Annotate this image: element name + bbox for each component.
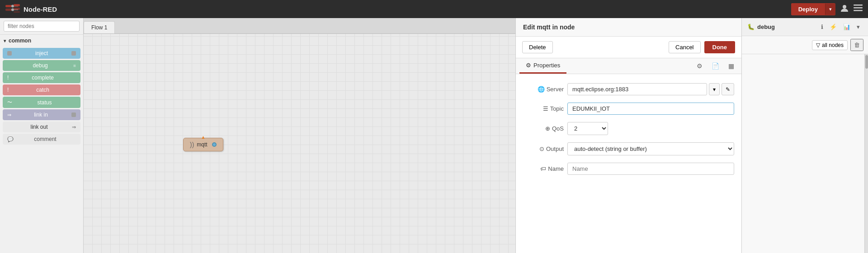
- server-input-group: ▾ ✎: [567, 83, 734, 95]
- cancel-button[interactable]: Cancel: [669, 41, 700, 53]
- linkout-icon: ⇒: [72, 124, 76, 130]
- svg-point-9: [843, 5, 846, 9]
- mqtt-output-port: [212, 142, 217, 147]
- deploy-button[interactable]: Deploy: [791, 3, 825, 15]
- right-panel-header: 🐛 debug ℹ ⚡ 📊 ▾: [742, 18, 868, 36]
- delete-button[interactable]: Delete: [522, 41, 553, 53]
- topbar-left: Node-RED: [5, 3, 57, 15]
- node-comment-label: comment: [14, 136, 76, 142]
- chevron-down-icon: ▾: [4, 38, 6, 43]
- sidebar: ▾ common inject debug ≡ ! complete ! cat…: [0, 18, 84, 253]
- info-icon[interactable]: ℹ: [818, 22, 826, 32]
- node-port-right-linkin: [71, 112, 76, 117]
- debug-messages-area: [742, 54, 864, 253]
- tab-flow1[interactable]: Flow 1: [84, 21, 115, 33]
- menu-icon[interactable]: [854, 5, 863, 14]
- node-linkin-label: link in: [12, 112, 70, 118]
- done-button[interactable]: Done: [704, 41, 736, 53]
- svg-rect-7: [14, 8, 20, 10]
- output-select[interactable]: auto-detect (string or buffer) a UTF-8 s…: [567, 142, 734, 155]
- logo-icon: [5, 3, 20, 15]
- tab-properties[interactable]: ⚙ Properties: [519, 58, 566, 74]
- node-port-right-inject: [71, 51, 76, 56]
- server-label-text: Server: [547, 86, 564, 93]
- node-inject[interactable]: inject: [3, 48, 80, 59]
- qos-icon: ⊕: [545, 125, 550, 132]
- node-comment[interactable]: 💬 comment: [3, 134, 80, 145]
- edit-tab-settings-icon[interactable]: ⚙: [693, 60, 706, 72]
- deploy-btn-group[interactable]: Deploy ▾: [791, 3, 835, 15]
- node-debug[interactable]: debug ≡: [3, 60, 80, 71]
- right-panel: 🐛 debug ℹ ⚡ 📊 ▾ ▽ all nodes 🗑: [741, 18, 868, 253]
- edit-tab-icons: ⚙ 📄 ▦: [693, 60, 738, 72]
- chart-icon[interactable]: 📊: [840, 22, 853, 32]
- server-dropdown-btn[interactable]: ▾: [709, 83, 720, 95]
- node-linkout[interactable]: link out ⇒: [3, 122, 80, 132]
- output-icon: ⊙: [539, 145, 544, 152]
- server-edit-btn[interactable]: ✎: [722, 83, 734, 95]
- topic-label: ☰ Topic: [523, 105, 564, 112]
- mqtt-node[interactable]: ▲ )) mqtt: [183, 138, 223, 151]
- node-inject-label: inject: [14, 50, 70, 56]
- output-label-text: Output: [546, 145, 564, 152]
- user-icon[interactable]: [840, 4, 849, 15]
- topbar-right: Deploy ▾: [791, 3, 863, 15]
- node-catch[interactable]: ! catch: [3, 84, 80, 95]
- right-filter-bar: ▽ all nodes 🗑: [742, 36, 868, 54]
- topic-input[interactable]: [567, 103, 734, 115]
- app-title: Node-RED: [24, 5, 57, 13]
- name-row: 🏷 Name: [523, 163, 734, 175]
- node-linkout-label: link out: [7, 124, 71, 130]
- scrollbar-track[interactable]: [864, 54, 868, 253]
- panel-dropdown-icon[interactable]: ▾: [854, 22, 863, 32]
- sidebar-section-label: common: [9, 37, 31, 44]
- topic-label-text: Topic: [550, 105, 564, 112]
- qos-label-text: QoS: [552, 125, 564, 132]
- topic-row: ☰ Topic: [523, 103, 734, 115]
- topbar: Node-RED Deploy ▾: [0, 0, 868, 18]
- right-panel-title: 🐛 debug: [747, 23, 816, 30]
- mqtt-symbol: )): [190, 141, 194, 148]
- canvas-tabs: Flow 1: [84, 18, 515, 34]
- server-label: 🌐 Server: [523, 86, 564, 93]
- filter-all-nodes-btn[interactable]: ▽ all nodes: [812, 40, 848, 50]
- canvas-grid[interactable]: ▲ )) mqtt: [84, 34, 515, 253]
- node-linkin[interactable]: ⇒ link in: [3, 109, 80, 120]
- svg-rect-8: [14, 11, 20, 13]
- topic-icon: ☰: [543, 105, 548, 112]
- svg-rect-11: [854, 7, 863, 9]
- scrollbar-thumb[interactable]: [865, 55, 868, 69]
- server-input[interactable]: [567, 83, 707, 95]
- filter-nodes-input[interactable]: [4, 21, 80, 32]
- server-row: 🌐 Server ▾ ✎: [523, 83, 734, 95]
- edit-panel: Edit mqtt in node Delete Cancel Done ⚙ P…: [515, 18, 741, 253]
- deploy-dropdown-arrow[interactable]: ▾: [825, 4, 835, 15]
- clear-debug-btn[interactable]: 🗑: [850, 39, 863, 51]
- sidebar-nodes-list: ▾ common inject debug ≡ ! complete ! cat…: [0, 35, 83, 253]
- svg-rect-1: [5, 9, 12, 11]
- sidebar-filter-area: [0, 18, 83, 35]
- right-panel-icon-group: ℹ ⚡ 📊 ▾: [818, 22, 863, 32]
- server-globe-icon: 🌐: [538, 86, 545, 93]
- linkin-icon: ⇒: [7, 112, 11, 118]
- name-tag-icon: 🏷: [540, 165, 546, 172]
- edit-tab-grid-icon[interactable]: ▦: [725, 60, 738, 72]
- name-label-text: Name: [548, 165, 564, 172]
- qos-label: ⊕ QoS: [523, 125, 564, 132]
- mqtt-node-label: mqtt: [197, 141, 207, 148]
- edit-panel-tabs: ⚙ Properties ⚙ 📄 ▦: [516, 58, 741, 74]
- edit-tab-doc-icon[interactable]: 📄: [708, 60, 723, 72]
- qos-row: ⊕ QoS 0 1 2: [523, 122, 734, 135]
- status-icon: 〜: [7, 99, 12, 106]
- canvas-area: Flow 1 ▲ )) mqtt: [84, 18, 515, 253]
- edit-panel-header: Edit mqtt in node: [516, 18, 741, 37]
- node-status[interactable]: 〜 status: [3, 97, 80, 108]
- filter-icon[interactable]: ⚡: [827, 22, 840, 32]
- node-complete-label: complete: [9, 75, 76, 81]
- name-input[interactable]: [567, 163, 734, 175]
- tab-flow1-label: Flow 1: [91, 24, 107, 31]
- node-complete[interactable]: ! complete: [3, 72, 80, 83]
- filter-funnel-icon: ▽: [816, 42, 820, 48]
- qos-select[interactable]: 0 1 2: [567, 122, 608, 135]
- sidebar-section-common[interactable]: ▾ common: [0, 35, 83, 47]
